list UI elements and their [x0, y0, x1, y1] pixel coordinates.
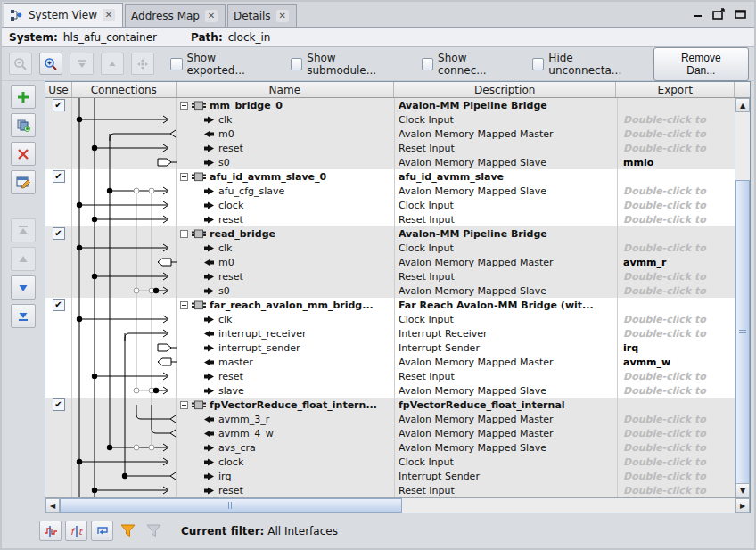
tree-collapse-icon[interactable] — [180, 173, 188, 181]
name-cell[interactable]: reset — [177, 483, 395, 497]
use-checkbox[interactable]: ✔ — [53, 170, 65, 183]
export-cell[interactable]: Double-click to — [618, 455, 736, 469]
edit-parameters-button[interactable] — [11, 170, 36, 194]
zoom-out-button[interactable] — [9, 53, 32, 75]
export-cell[interactable]: Double-click to — [618, 483, 736, 497]
name-cell[interactable]: afu_cfg_slave — [177, 184, 395, 198]
column-header-description[interactable]: Description — [394, 82, 616, 97]
export-cell[interactable]: Double-click to — [618, 112, 736, 127]
loop-icon[interactable] — [91, 521, 113, 541]
connections-cell[interactable] — [72, 155, 177, 169]
name-cell[interactable]: s0 — [177, 283, 395, 298]
vertical-scrollbar[interactable]: ▲ ▼ — [735, 98, 750, 497]
connections-cell[interactable] — [72, 355, 177, 369]
interface-row[interactable]: s0Avalon Memory Mapped Slavemmio — [45, 155, 750, 169]
show-submodule-checkbox[interactable]: Show submodule... — [291, 52, 406, 77]
name-cell[interactable]: reset — [177, 141, 395, 155]
name-cell[interactable]: clk — [177, 241, 395, 255]
column-header-export[interactable]: Export — [616, 82, 735, 97]
move-down-button[interactable] — [11, 275, 36, 300]
name-cell[interactable]: far_reach_avalon_mm_bridg... — [177, 298, 395, 312]
name-cell[interactable]: clock — [177, 198, 395, 212]
name-cell[interactable]: m0 — [177, 255, 395, 269]
interface-row[interactable]: avs_craAvalon Memory Mapped SlaveDouble-… — [45, 440, 750, 455]
export-cell[interactable]: Double-click to — [618, 426, 736, 440]
name-cell[interactable]: avmm_4_w — [177, 426, 395, 440]
float-window-icon[interactable] — [712, 6, 726, 23]
interface-row[interactable]: resetReset InputDouble-click to — [45, 212, 750, 226]
vertical-scrollbar-thumb[interactable] — [735, 180, 750, 485]
connections-cell[interactable] — [72, 241, 177, 255]
name-cell[interactable]: avmm_3_r — [177, 412, 395, 426]
connections-cell[interactable] — [72, 198, 177, 212]
name-cell[interactable]: irq — [177, 469, 395, 483]
connections-cell[interactable] — [72, 298, 177, 312]
name-cell[interactable]: interrupt_sender — [177, 341, 395, 355]
name-cell[interactable]: afu_id_avmm_slave_0 — [177, 169, 395, 184]
name-cell[interactable]: interrupt_receiver — [177, 326, 395, 341]
duplicate-button[interactable] — [11, 113, 36, 137]
horizontal-scrollbar-thumb[interactable] — [60, 498, 402, 513]
collapse-button[interactable] — [101, 53, 124, 75]
name-cell[interactable]: reset — [177, 269, 395, 283]
use-checkbox[interactable]: ✔ — [53, 398, 65, 411]
connections-cell[interactable] — [72, 255, 177, 269]
scroll-down-icon[interactable]: ▼ — [735, 483, 750, 497]
filter-clear-icon[interactable] — [143, 521, 165, 541]
name-cell[interactable]: read_bridge — [177, 226, 395, 241]
connections-cell[interactable] — [72, 469, 177, 483]
tab-close-icon[interactable]: ✕ — [276, 10, 289, 22]
connections-cell[interactable] — [72, 412, 177, 426]
interface-row[interactable]: clkClock InputDouble-click to — [45, 312, 750, 326]
interface-row[interactable]: clkClock InputDouble-click to — [45, 241, 750, 255]
connections-cell[interactable] — [72, 127, 177, 141]
interface-row[interactable]: afu_cfg_slaveAvalon Memory Mapped SlaveD… — [45, 184, 750, 198]
interface-row[interactable]: slaveAvalon Memory Mapped SlaveDouble-cl… — [45, 383, 750, 398]
export-cell[interactable]: Double-click to — [618, 469, 736, 483]
export-cell[interactable]: Double-click to — [618, 369, 736, 383]
hide-unconnectable-checkbox[interactable]: Hide unconnecta... — [532, 52, 646, 77]
filter-text-icon[interactable]: ft — [65, 521, 87, 541]
export-cell[interactable]: Double-click to — [618, 412, 736, 426]
interface-row[interactable]: m0Avalon Memory Mapped MasterDouble-clic… — [45, 127, 750, 141]
connections-cell[interactable] — [72, 312, 177, 326]
minimize-icon[interactable] — [693, 6, 703, 23]
name-cell[interactable]: fpVectorReduce_float_intern... — [177, 398, 395, 412]
tab-close-icon[interactable]: ✕ — [103, 9, 115, 21]
zoom-fit-button[interactable] — [70, 53, 93, 75]
export-cell[interactable]: Double-click to — [618, 198, 736, 212]
remove-dangling-button[interactable]: Remove Dan... — [653, 47, 749, 81]
connections-cell[interactable] — [72, 341, 177, 355]
export-cell[interactable]: Double-click to — [618, 326, 736, 341]
name-cell[interactable]: s0 — [177, 155, 395, 169]
export-cell[interactable]: Double-click to — [618, 127, 736, 141]
interface-row[interactable]: clockClock InputDouble-click to — [45, 455, 750, 469]
interface-row[interactable]: clockClock InputDouble-click to — [45, 198, 750, 212]
tab-details[interactable]: Details ✕ — [227, 4, 297, 27]
export-cell[interactable]: Double-click to — [618, 383, 736, 398]
filter-apply-icon[interactable] — [117, 521, 139, 541]
tree-collapse-icon[interactable] — [180, 230, 188, 238]
tab-address-map[interactable]: Address Map ✕ — [125, 4, 226, 27]
connections-cell[interactable] — [72, 184, 177, 198]
interface-row[interactable]: resetReset InputDouble-click to — [45, 269, 750, 283]
interface-row[interactable]: masterAvalon Memory Mapped Masteravmm_w — [45, 355, 750, 369]
export-cell[interactable] — [618, 298, 736, 312]
export-cell[interactable] — [618, 169, 736, 184]
connections-cell[interactable] — [72, 141, 177, 155]
connections-cell[interactable] — [72, 326, 177, 341]
interface-row[interactable]: avmm_3_rAvalon Memory Mapped MasterDoubl… — [45, 412, 750, 426]
tree-collapse-icon[interactable] — [180, 301, 188, 309]
tab-system-view[interactable]: System View ✕ — [4, 3, 123, 27]
interface-row[interactable]: interrupt_senderInterrupt Senderirq — [45, 341, 750, 355]
name-cell[interactable]: clk — [177, 112, 395, 127]
add-component-button[interactable] — [11, 85, 36, 109]
zoom-in-button[interactable] — [39, 53, 62, 75]
export-cell[interactable]: avmm_r — [618, 255, 736, 269]
tree-collapse-icon[interactable] — [180, 102, 188, 110]
remove-button[interactable] — [11, 142, 36, 166]
export-cell[interactable]: Double-click to — [618, 269, 736, 283]
show-exported-checkbox[interactable]: Show exported... — [170, 52, 275, 77]
name-cell[interactable]: reset — [177, 369, 395, 383]
connections-cell[interactable] — [72, 455, 177, 469]
